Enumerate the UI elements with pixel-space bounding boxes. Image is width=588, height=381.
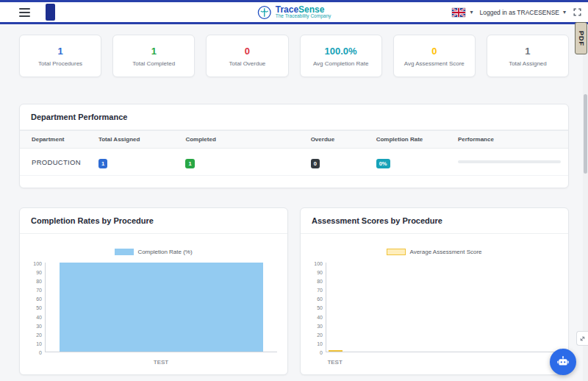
table-row: PRODUCTION 1 1 0 0% bbox=[20, 149, 568, 176]
assessment-chart: Average Assessment Score 100908070605040… bbox=[301, 234, 568, 372]
stat-card-total-procedures: 1 Total Procedures bbox=[19, 35, 101, 77]
completion-chart-title: Completion Rates by Procedure bbox=[20, 208, 287, 234]
column-header-total-assigned: Total Assigned bbox=[91, 131, 179, 149]
completion-rate-badge: 0% bbox=[376, 159, 390, 168]
total-assigned-badge: 1 bbox=[98, 159, 107, 168]
stat-label: Avg Completion Rate bbox=[313, 60, 368, 67]
stat-value: 1 bbox=[151, 46, 157, 57]
stat-label: Total Completed bbox=[132, 60, 175, 67]
stat-value: 100.0% bbox=[325, 46, 357, 57]
fullscreen-icon[interactable] bbox=[573, 7, 582, 17]
user-menu-label[interactable]: Logged in as TRACESENSE bbox=[479, 9, 559, 16]
brand-tagline: The Traceability Company bbox=[276, 14, 331, 19]
legend-label: Completion Rate (%) bbox=[137, 249, 192, 255]
x-axis-labels: TEST bbox=[326, 358, 558, 368]
chart-legend: Average Assessment Score bbox=[311, 249, 558, 255]
tracesense-logo-icon bbox=[257, 5, 272, 20]
stat-card-avg-assessment-score: 0 Avg Assessment Score bbox=[393, 35, 476, 77]
department-table: Department Total Assigned Completed Over… bbox=[20, 130, 568, 176]
completion-rates-chart-card: Completion Rates by Procedure Completion… bbox=[19, 207, 288, 375]
resize-handle[interactable] bbox=[576, 331, 588, 346]
department-performance-title: Department Performance bbox=[20, 104, 568, 130]
robot-icon bbox=[556, 355, 570, 368]
department-name: PRODUCTION bbox=[20, 149, 91, 176]
brand-logo: TraceSense The Traceability Company bbox=[257, 5, 331, 20]
header: TraceSense The Traceability Company ▾ Lo… bbox=[0, 2, 588, 24]
column-header-completed: Completed bbox=[178, 131, 303, 149]
stat-value: 1 bbox=[525, 46, 530, 57]
stat-label: Avg Assessment Score bbox=[404, 60, 465, 67]
legend-swatch bbox=[115, 249, 134, 255]
completion-chart: Completion Rate (%) 10090807060504030201… bbox=[20, 234, 287, 372]
assessment-chart-title: Assessment Scores by Procedure bbox=[301, 208, 568, 234]
brand-name: TraceSense bbox=[276, 5, 331, 15]
column-header-performance: Performance bbox=[451, 131, 568, 149]
stat-value: 0 bbox=[245, 46, 250, 57]
table-header-row: Department Total Assigned Completed Over… bbox=[20, 131, 568, 149]
completed-badge: 1 bbox=[185, 159, 194, 168]
column-header-overdue: Overdue bbox=[304, 131, 369, 149]
column-header-department: Department bbox=[20, 131, 91, 149]
plot-area bbox=[45, 263, 277, 352]
performance-bar-track bbox=[458, 160, 561, 163]
y-axis-ticks: 1009080706050403020100 bbox=[30, 261, 45, 355]
stat-label: Total Procedures bbox=[38, 60, 82, 67]
stat-card-total-completed: 1 Total Completed bbox=[112, 35, 195, 77]
stat-card-avg-completion-rate: 100.0% Avg Completion Rate bbox=[300, 35, 382, 77]
sidebar-collapsed-strip bbox=[46, 4, 55, 21]
chatbot-fab[interactable] bbox=[550, 349, 576, 375]
pdf-tab[interactable]: PDF bbox=[575, 22, 587, 54]
stat-value: 1 bbox=[57, 46, 62, 57]
department-performance-card: Department Performance Department Total … bbox=[19, 104, 569, 188]
stat-card-total-assigned: 1 Total Assigned bbox=[487, 35, 569, 77]
language-flag-icon[interactable] bbox=[451, 7, 466, 18]
scrollbar[interactable] bbox=[583, 26, 588, 381]
overdue-badge: 0 bbox=[311, 159, 320, 168]
resize-arrows-icon bbox=[578, 335, 587, 343]
user-chevron-down-icon[interactable]: ▾ bbox=[563, 9, 566, 15]
x-axis-labels: TEST bbox=[45, 358, 277, 368]
menu-icon[interactable] bbox=[19, 6, 30, 19]
y-axis-ticks: 1009080706050403020100 bbox=[311, 261, 326, 355]
language-chevron-down-icon[interactable]: ▾ bbox=[470, 9, 473, 15]
column-header-completion-rate: Completion Rate bbox=[369, 131, 451, 149]
stat-value: 0 bbox=[431, 46, 437, 57]
charts-row: Completion Rates by Procedure Completion… bbox=[19, 207, 569, 375]
legend-label: Average Assessment Score bbox=[409, 249, 481, 255]
assessment-scores-chart-card: Assessment Scores by Procedure Average A… bbox=[300, 207, 569, 375]
stat-card-total-overdue: 0 Total Overdue bbox=[206, 35, 288, 77]
scrollbar-thumb[interactable] bbox=[584, 94, 587, 174]
stat-label: Total Overdue bbox=[229, 60, 266, 67]
plot-area bbox=[326, 263, 558, 352]
legend-swatch bbox=[387, 249, 406, 255]
chart-legend: Completion Rate (%) bbox=[30, 249, 277, 255]
stats-row: 1 Total Procedures 1 Total Completed 0 T… bbox=[19, 35, 569, 77]
stat-label: Total Assigned bbox=[509, 60, 547, 67]
